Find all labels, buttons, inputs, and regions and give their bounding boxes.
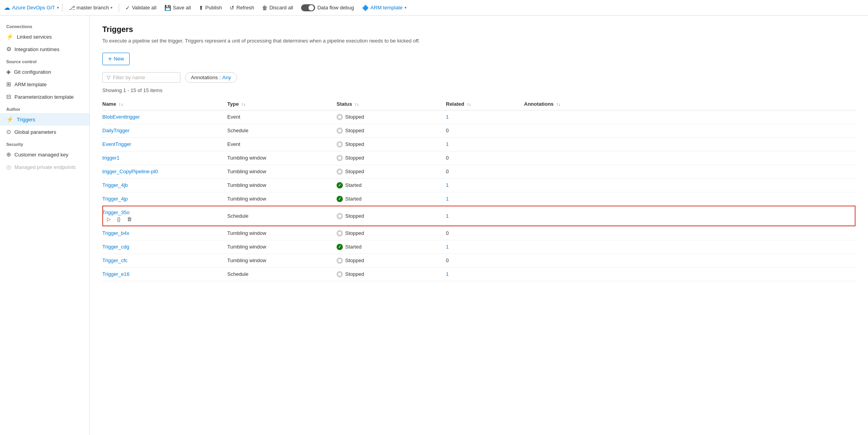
name-cell: EventTrigger <box>102 137 227 151</box>
brand-label: Azure DevOps GIT <box>12 5 55 11</box>
col-name-header[interactable]: Name ↑↓ <box>102 98 227 110</box>
param-template-icon: ⊟ <box>6 93 11 100</box>
name-cell: BlobEventtrigger <box>102 110 227 124</box>
annotations-cell <box>524 137 856 151</box>
trigger-name-link[interactable]: Trigger_cdg <box>102 244 129 250</box>
play-button[interactable]: ▷ <box>105 215 112 223</box>
arm-template-button[interactable]: 🔷 ARM template ▾ <box>359 3 410 12</box>
name-cell: Trigger_4jb <box>102 178 227 192</box>
type-cell: Tumbling window <box>227 151 337 165</box>
save-icon: 💾 <box>164 5 171 11</box>
sidebar-item-customer-managed-key[interactable]: ⊕ Customer managed key <box>0 148 89 161</box>
source-control-section-label: Source control <box>0 55 89 66</box>
name-cell: Trigger_35o ▷ {} 🗑 <box>102 206 227 226</box>
table-row: trigger1 Tumbling window Stopped 0 <box>102 151 856 165</box>
status-indicator <box>337 114 343 120</box>
trigger-name-link[interactable]: Trigger_4jb <box>102 182 128 188</box>
filter-input-wrapper[interactable]: ▽ <box>102 72 180 83</box>
sidebar-item-parameterization-template[interactable]: ⊟ Parameterization template <box>0 91 89 103</box>
delete-button[interactable]: 🗑 <box>125 215 134 223</box>
publish-button[interactable]: ⬆ Publish <box>196 3 225 12</box>
brand-chevron[interactable]: ▾ <box>57 5 59 10</box>
annotations-cell <box>524 124 856 137</box>
connections-section-label: Connections <box>0 20 89 30</box>
data-flow-debug-toggle-wrap: Data flow debug <box>301 4 354 11</box>
table-row: Trigger_cdg Tumbling window Started 1 <box>102 240 856 254</box>
trigger-name-link[interactable]: Trigger_b4x <box>102 230 129 236</box>
status-cell: Stopped <box>337 267 446 281</box>
type-cell: Event <box>227 137 337 151</box>
col-related-header[interactable]: Related ↑↓ <box>446 98 524 110</box>
status-text: Stopped <box>345 114 364 120</box>
new-trigger-button[interactable]: + New <box>102 53 130 65</box>
related-link[interactable]: 1 <box>446 114 449 120</box>
validate-all-button[interactable]: ✓ Validate all <box>122 3 160 12</box>
status-text: Stopped <box>345 257 364 263</box>
discard-all-button[interactable]: 🗑 Discard all <box>259 3 296 12</box>
trigger-name-link[interactable]: EventTrigger <box>102 141 131 147</box>
col-type-header[interactable]: Type ↑↓ <box>227 98 337 110</box>
sidebar-item-global-parameters[interactable]: ⊙ Global parameters <box>0 126 89 138</box>
related-link[interactable]: 1 <box>446 141 449 147</box>
type-sort-icon[interactable]: ↑↓ <box>241 102 246 107</box>
col-annotations-header[interactable]: Annotations ↑↓ <box>524 98 856 110</box>
sidebar-item-integration-runtimes[interactable]: ⚙ Integration runtimes <box>0 43 89 55</box>
page-title: Triggers <box>102 25 856 34</box>
related-link[interactable]: 1 <box>446 271 449 277</box>
author-section-label: Author <box>0 103 89 113</box>
type-cell: Event <box>227 110 337 124</box>
filter-by-name-input[interactable] <box>113 75 171 80</box>
code-button[interactable]: {} <box>116 215 122 223</box>
data-flow-debug-label: Data flow debug <box>317 5 354 11</box>
status-cell: Stopped <box>337 165 446 178</box>
trigger-name-link[interactable]: Trigger_4jp <box>102 196 128 202</box>
related-link[interactable]: 1 <box>446 213 449 219</box>
type-cell: Schedule <box>227 206 337 226</box>
plus-icon: + <box>108 55 112 62</box>
name-sort-icon[interactable]: ↑↓ <box>119 102 123 107</box>
status-cell: Stopped <box>337 124 446 137</box>
sidebar-item-linked-services[interactable]: ⚡ Linked services <box>0 30 89 43</box>
status-text: Stopped <box>345 141 364 147</box>
col-status-header[interactable]: Status ↑↓ <box>337 98 446 110</box>
security-section-label: Security <box>0 138 89 148</box>
trigger-name-link[interactable]: BlobEventtrigger <box>102 114 140 120</box>
sidebar-item-git-configuration[interactable]: ◈ Git configuration <box>0 66 89 78</box>
global-params-icon: ⊙ <box>6 128 11 135</box>
trigger-name-link[interactable]: Trigger_35o <box>102 210 130 215</box>
annotations-filter-button[interactable]: Annotations : Any <box>185 72 237 83</box>
sidebar-item-arm-template[interactable]: ⊞ ARM template <box>0 78 89 91</box>
status-sort-icon[interactable]: ↑↓ <box>355 102 359 107</box>
name-cell: Trigger_e16 <box>102 267 227 281</box>
status-indicator <box>337 213 343 219</box>
trigger-name-link[interactable]: Trigger_e16 <box>102 271 130 277</box>
trigger-name-link[interactable]: trigger1 <box>102 155 119 161</box>
status-indicator <box>337 141 343 147</box>
content-area: Triggers To execute a pipeline set the t… <box>90 16 868 435</box>
status-text: Stopped <box>345 271 364 277</box>
table-row: Trigger_e16 Schedule Stopped 1 <box>102 267 856 281</box>
branch-item[interactable]: ⎇ master branch ▾ <box>66 3 116 12</box>
related-link[interactable]: 1 <box>446 244 449 250</box>
annotations-sort-icon[interactable]: ↑↓ <box>556 102 560 107</box>
status-text: Stopped <box>345 128 364 133</box>
annotations-cell <box>524 151 856 165</box>
separator-2 <box>119 4 119 12</box>
status-text: Stopped <box>345 213 364 219</box>
sidebar-item-triggers[interactable]: ⚡ Triggers <box>0 113 89 126</box>
trigger-name-link[interactable]: DailyTrigger <box>102 128 130 133</box>
status-indicator <box>337 128 343 134</box>
trigger-name-link[interactable]: Trigger_cfc <box>102 257 128 263</box>
save-all-button[interactable]: 💾 Save all <box>161 3 194 12</box>
data-flow-debug-toggle[interactable] <box>301 4 315 11</box>
sidebar: Connections ⚡ Linked services ⚙ Integrat… <box>0 16 90 435</box>
status-indicator <box>337 244 343 250</box>
related-link[interactable]: 1 <box>446 182 449 188</box>
refresh-button[interactable]: ↺ Refresh <box>226 3 257 12</box>
related-link[interactable]: 1 <box>446 196 449 202</box>
arm-template-sidebar-icon: ⊞ <box>6 81 11 88</box>
brand-item[interactable]: ☁ Azure DevOps GIT ▾ <box>4 4 59 11</box>
trigger-name-link[interactable]: trigger_CopyPipeline-pl0 <box>102 169 158 174</box>
status-cell: Stopped <box>337 206 446 226</box>
related-sort-icon[interactable]: ↑↓ <box>467 102 471 107</box>
